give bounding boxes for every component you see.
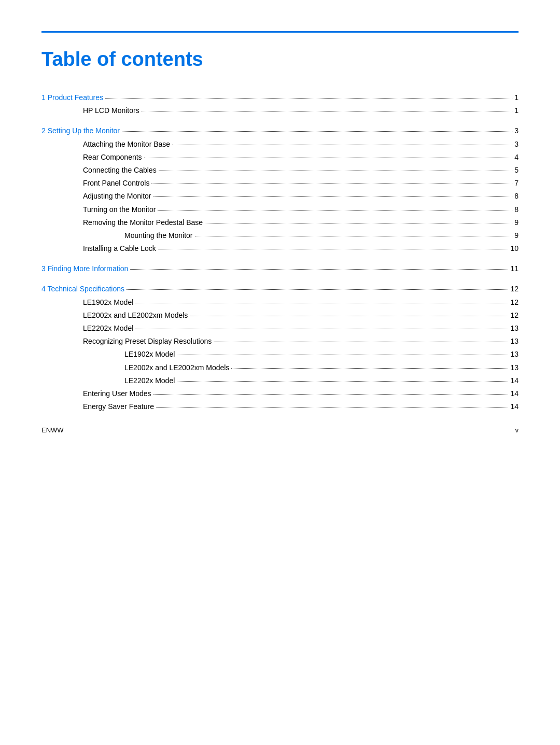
top-rule <box>41 31 519 33</box>
toc-dots <box>127 289 508 290</box>
toc-entry[interactable]: Attaching the Monitor Base3 <box>41 138 519 151</box>
toc-dots <box>153 394 509 395</box>
toc-page-number: 8 <box>514 190 519 203</box>
toc-label: Turning on the Monitor <box>83 203 156 216</box>
toc-label: Entering User Modes <box>83 387 151 400</box>
toc-page-number: 12 <box>510 296 519 309</box>
footer: ENWW v <box>41 426 519 434</box>
toc-label: Adjusting the Monitor <box>83 190 151 203</box>
page-title: Table of contents <box>41 48 519 71</box>
page: Table of contents 1 Product Features1HP … <box>0 0 560 455</box>
toc-label: Rear Components <box>83 151 142 164</box>
toc-dots <box>153 196 513 197</box>
toc-dots <box>122 131 512 132</box>
toc-entry[interactable]: Turning on the Monitor8 <box>41 203 519 216</box>
toc-label: LE1902x Model <box>124 348 175 361</box>
toc-dots <box>144 158 513 158</box>
toc-entry[interactable]: 3 Finding More Information11 <box>41 262 519 275</box>
toc-dots <box>130 269 508 270</box>
toc-label: Energy Saver Feature <box>83 400 154 413</box>
toc-dots <box>105 98 512 99</box>
toc-page-number: 1 <box>514 104 519 117</box>
toc-entry[interactable]: LE2002x and LE2002xm Models13 <box>41 361 519 374</box>
toc-dots <box>142 111 513 111</box>
toc-dots <box>135 303 508 303</box>
toc-page-number: 1 <box>514 91 519 104</box>
toc-entry[interactable]: LE2202x Model14 <box>41 374 519 387</box>
toc-entry[interactable]: Recognizing Preset Display Resolutions13 <box>41 335 519 348</box>
toc-page-number: 4 <box>514 151 519 164</box>
toc-label: Connecting the Cables <box>83 164 157 177</box>
toc-label: LE2002x and LE2002xm Models <box>83 309 188 322</box>
toc-entry[interactable]: Energy Saver Feature14 <box>41 400 519 413</box>
toc-page-number: 5 <box>514 164 519 177</box>
toc-entry[interactable]: LE2002x and LE2002xm Models12 <box>41 309 519 322</box>
toc-entry[interactable]: Entering User Modes14 <box>41 387 519 400</box>
toc-page-number: 11 <box>510 262 519 275</box>
toc-dots <box>195 236 513 236</box>
toc-page-number: 3 <box>514 138 519 151</box>
toc-page-number: 8 <box>514 203 519 216</box>
toc-entry[interactable]: LE1902x Model13 <box>41 348 519 361</box>
toc-label: 2 Setting Up the Monitor <box>41 124 120 137</box>
toc-entry[interactable]: Mounting the Monitor9 <box>41 229 519 242</box>
toc-page-number: 14 <box>510 387 519 400</box>
toc-dots <box>158 210 512 210</box>
toc-label: 1 Product Features <box>41 91 103 104</box>
toc-label: 4 Technical Specifications <box>41 283 124 296</box>
toc-label: Front Panel Controls <box>83 177 149 190</box>
toc-page-number: 14 <box>510 374 519 387</box>
toc-label: LE2002x and LE2002xm Models <box>124 361 229 374</box>
toc-label: HP LCD Monitors <box>83 104 139 117</box>
footer-right: v <box>515 426 519 434</box>
toc-dots <box>214 342 508 342</box>
toc-page-number: 13 <box>510 361 519 374</box>
toc-dots <box>159 171 513 171</box>
toc-label: Mounting the Monitor <box>124 229 193 242</box>
toc-dots <box>172 145 512 145</box>
toc-dots <box>205 223 512 223</box>
toc-dots <box>156 407 508 407</box>
toc-label: Attaching the Monitor Base <box>83 138 170 151</box>
toc-page-number: 9 <box>514 216 519 229</box>
toc-page-number: 12 <box>510 283 519 296</box>
toc-entry[interactable]: LE2202x Model13 <box>41 322 519 335</box>
toc-dots <box>190 316 508 316</box>
toc-entry[interactable]: Rear Components4 <box>41 151 519 164</box>
footer-left: ENWW <box>41 426 64 434</box>
toc-dots <box>177 381 508 382</box>
toc-entry[interactable]: LE1902x Model12 <box>41 296 519 309</box>
toc-label: LE1902x Model <box>83 296 133 309</box>
toc-entry[interactable]: 2 Setting Up the Monitor3 <box>41 124 519 137</box>
toc-label: LE2202x Model <box>83 322 133 335</box>
toc-dots <box>158 249 509 249</box>
toc-entry[interactable]: Front Panel Controls7 <box>41 177 519 190</box>
toc-dots <box>177 355 508 355</box>
toc-spacer <box>41 275 519 283</box>
toc-label: Recognizing Preset Display Resolutions <box>83 335 212 348</box>
toc-page-number: 13 <box>510 348 519 361</box>
toc-entry[interactable]: Removing the Monitor Pedestal Base9 <box>41 216 519 229</box>
toc-page-number: 13 <box>510 335 519 348</box>
toc-entry[interactable]: Installing a Cable Lock10 <box>41 242 519 255</box>
toc-entry[interactable]: Adjusting the Monitor8 <box>41 190 519 203</box>
toc-page-number: 3 <box>514 124 519 137</box>
toc-label: Removing the Monitor Pedestal Base <box>83 216 203 229</box>
toc-page-number: 9 <box>514 229 519 242</box>
toc-entry[interactable]: 1 Product Features1 <box>41 91 519 104</box>
toc-dots <box>151 184 512 184</box>
toc-page-number: 10 <box>510 242 519 255</box>
toc-dots <box>231 368 508 369</box>
toc-entry[interactable]: HP LCD Monitors1 <box>41 104 519 117</box>
toc-page-number: 13 <box>510 322 519 335</box>
toc-entry[interactable]: Connecting the Cables5 <box>41 164 519 177</box>
toc-page-number: 7 <box>514 177 519 190</box>
toc-dots <box>135 329 508 329</box>
toc-entry[interactable]: 4 Technical Specifications12 <box>41 283 519 296</box>
toc-page-number: 14 <box>510 400 519 413</box>
toc-container: 1 Product Features1HP LCD Monitors12 Set… <box>41 91 519 413</box>
toc-page-number: 12 <box>510 309 519 322</box>
toc-spacer <box>41 117 519 124</box>
toc-label: Installing a Cable Lock <box>83 242 156 255</box>
toc-label: 3 Finding More Information <box>41 262 128 275</box>
